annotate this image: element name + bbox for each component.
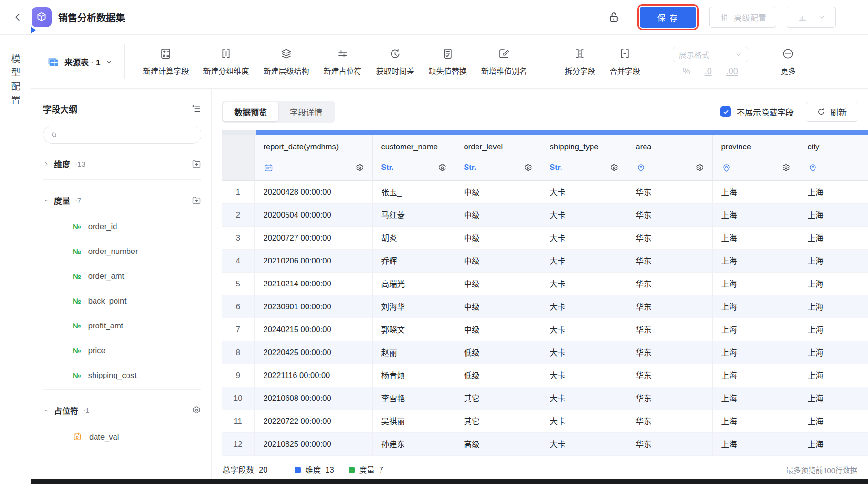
column-header-area[interactable]: area — [627, 135, 712, 180]
location-icon — [808, 163, 818, 173]
row-number-cell: 10 — [222, 387, 254, 410]
gear-icon[interactable] — [781, 163, 791, 173]
field-profit_amt[interactable]: №profit_amt — [43, 321, 201, 330]
string-type-icon: Str. — [550, 163, 562, 172]
gear-icon[interactable] — [191, 405, 201, 415]
scrollbar-thumb[interactable] — [256, 130, 868, 135]
table-cell: 大卡 — [541, 432, 627, 455]
toolbar-button-missing-value[interactable]: 缺失值替换 — [422, 47, 474, 76]
column-header-customer_name[interactable]: customer_nameStr. — [372, 135, 455, 180]
table-row: 220200504 00:00:00马红菱中级大卡华东上海上海 — [222, 203, 868, 226]
bottom-scrollbar-strip[interactable] — [31, 479, 868, 484]
table-cell: 上海 — [799, 226, 868, 249]
toolbar-button-split-field[interactable]: 拆分字段 — [558, 47, 603, 76]
table-row: 520210214 00:00:00高瑞光中级大卡华东上海上海 — [222, 272, 868, 295]
gear-icon[interactable] — [437, 163, 447, 173]
section-header-占位符[interactable]: 占位符·1 — [43, 404, 201, 416]
collapse-outline-icon[interactable] — [191, 104, 201, 114]
table-cell: 大卡 — [541, 318, 627, 341]
toolbar-button-label: 新建占位符 — [324, 65, 362, 76]
kebab-menu-icon[interactable] — [846, 11, 857, 23]
advanced-config-button[interactable]: 高级配置 — [709, 7, 776, 28]
table-cell: 胡炎 — [372, 226, 455, 249]
field-search-input[interactable] — [62, 130, 194, 139]
decimal-00-format-button[interactable]: .00 — [726, 66, 738, 76]
hide-hidden-fields-checkbox[interactable] — [720, 106, 731, 117]
column-header-report_date(ymdhms)[interactable]: report_date(ymdhms) — [254, 135, 372, 180]
field-name: order_amt — [88, 272, 124, 281]
tab-字段详情[interactable]: 字段详情 — [278, 102, 334, 121]
toolbar-button-placeholder[interactable]: 新建占位符 — [317, 47, 369, 76]
table-cell: 20210608 00:00:00 — [254, 387, 372, 410]
chart-dropdown-button[interactable] — [787, 7, 836, 28]
gear-icon[interactable] — [523, 163, 533, 173]
table-cell: 大卡 — [541, 295, 627, 318]
table-cell: 华东 — [627, 249, 712, 272]
more-button[interactable]: 更多 — [773, 47, 803, 76]
column-header-province[interactable]: province — [712, 135, 799, 180]
field-search-box[interactable] — [43, 126, 201, 144]
field-order_id[interactable]: №order_id — [43, 222, 201, 231]
table-cell: 华东 — [627, 295, 712, 318]
table-row: 120200428 00:00:00张玉_中级大卡华东上海上海 — [222, 180, 868, 203]
toolbar-button-value-alias[interactable]: 新增维值别名 — [474, 47, 534, 76]
gear-icon[interactable] — [695, 163, 705, 173]
table-cell: 马红菱 — [372, 203, 455, 226]
toolbar-button-hierarchy[interactable]: 新建层级结构 — [256, 47, 317, 76]
field-order_amt[interactable]: №order_amt — [43, 272, 201, 281]
toolbar-button-merge-field[interactable]: 合并字段 — [603, 47, 647, 76]
section-header-度量[interactable]: 度量·7 — [43, 194, 201, 206]
preview-table-wrap: report_date(ymdhms)customer_nameStr.orde… — [222, 130, 868, 479]
table-cell: 大卡 — [541, 203, 627, 226]
refresh-button[interactable]: 刷新 — [806, 102, 857, 122]
display-format-dropdown[interactable]: 展示格式 — [673, 47, 748, 62]
top-bar-actions: 保 存 高级配置 — [607, 7, 857, 28]
folder-plus-icon[interactable] — [191, 195, 201, 205]
table-cell: 华东 — [627, 410, 712, 432]
model-config-label[interactable]: 模型配置 — [9, 54, 21, 109]
percent-format-button[interactable]: % — [683, 66, 690, 76]
field-price[interactable]: №price — [43, 346, 201, 355]
more-label: 更多 — [781, 65, 796, 76]
toolbar-button-time-diff[interactable]: 获取时间差 — [369, 47, 422, 76]
gear-icon[interactable] — [355, 163, 365, 173]
field-name: back_point — [88, 296, 127, 305]
field-name: order_id — [88, 222, 117, 231]
table-cell: 上海 — [799, 364, 868, 387]
column-name: order_level — [464, 142, 533, 151]
divider — [762, 44, 762, 79]
folder-plus-icon[interactable] — [191, 159, 201, 169]
toolbar-button-label: 缺失值替换 — [429, 65, 467, 76]
save-button[interactable]: 保 存 — [640, 7, 696, 28]
table-source-icon — [47, 55, 60, 68]
column-header-order_level[interactable]: order_levelStr. — [455, 135, 541, 180]
chevron-down-icon — [43, 197, 50, 204]
field-order_number[interactable]: №order_number — [43, 247, 201, 256]
table-cell: 大卡 — [541, 410, 627, 432]
lock-open-icon[interactable] — [607, 11, 620, 24]
column-header-shipping_type[interactable]: shipping_typeStr. — [541, 135, 627, 180]
source-table-select[interactable]: 来源表 · 1 — [47, 55, 113, 68]
table-cell: 大卡 — [541, 249, 627, 272]
expand-panel-handle[interactable] — [31, 26, 36, 34]
section-title: 维度 — [54, 158, 70, 170]
hierarchy-icon — [280, 47, 293, 60]
back-icon[interactable] — [12, 12, 23, 22]
table-cell: 20200428 00:00:00 — [254, 180, 372, 203]
field-date_val[interactable]: Ddate_val — [43, 432, 201, 442]
source-table-label: 来源表 · 1 — [64, 56, 101, 68]
split-field-icon — [573, 47, 586, 60]
gear-icon[interactable] — [609, 163, 619, 173]
table-cell: 上海 — [712, 318, 799, 341]
field-back_point[interactable]: №back_point — [43, 296, 201, 305]
toolbar-button-label: 拆分字段 — [565, 65, 595, 76]
column-header-city[interactable]: city — [799, 135, 868, 180]
toolbar-button-group-dimension[interactable]: 新建分组维度 — [196, 47, 256, 76]
placeholder-icon — [336, 47, 349, 60]
field-shipping_cost[interactable]: №shipping_cost — [43, 371, 201, 380]
decimal-0-format-button[interactable]: .0 — [705, 66, 712, 76]
toolbar-button-calc-field[interactable]: 新建计算字段 — [136, 47, 196, 76]
tab-数据预览[interactable]: 数据预览 — [223, 102, 278, 121]
section-header-维度[interactable]: 维度·13 — [43, 158, 201, 170]
format-buttons: % .0 .00 — [683, 66, 738, 76]
